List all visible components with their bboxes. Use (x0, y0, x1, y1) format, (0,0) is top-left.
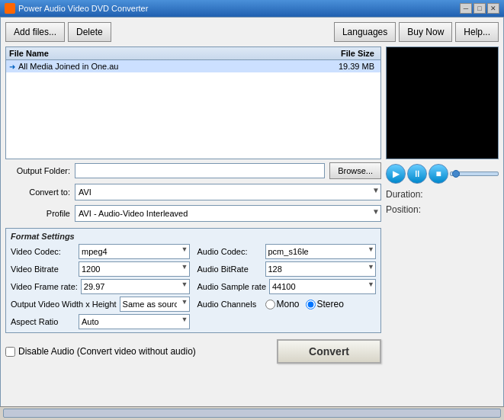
pause-button[interactable]: ⏸ (407, 164, 427, 184)
convert-to-combo-wrap: AVI MP4 MP3 WMV MOV ▼ (75, 184, 381, 200)
convert-to-label: Convert to: (5, 188, 70, 197)
mono-label: Mono (277, 299, 300, 309)
app-title: Power Audio Video DVD Converter (18, 4, 148, 13)
aspect-ratio-label: Aspect Ratio (11, 317, 75, 326)
stop-button[interactable]: ■ (429, 164, 448, 184)
audio-codec-label: Audio Codec: (197, 247, 262, 256)
file-row[interactable]: ➜ All Media Joined in One.au 19.39 MB (6, 60, 380, 72)
video-codec-combo-wrap: mpeg4 xvid h264 ▼ (79, 244, 190, 259)
output-size-label: Output Video Width x Height (11, 300, 117, 309)
right-panel: ▶ ⏸ ■ Duration: Position: (386, 46, 499, 364)
position-label: Position: (386, 204, 421, 215)
video-bitrate-row: Video Bitrate 1200 800 1500 2000 ▼ (11, 261, 190, 277)
aspect-ratio-select[interactable]: Auto 4:3 16:9 (79, 314, 190, 329)
mono-radio-label[interactable]: Mono (265, 299, 300, 309)
toolbar: Add files... Delete Languages Buy Now He… (5, 22, 499, 42)
video-framerate-row: Video Frame rate: 29.97 25 30 23.97 ▼ (11, 279, 190, 294)
status-progress-bar (3, 409, 501, 418)
format-settings: Format Settings Video Codec: mpeg4 xvid … (5, 228, 381, 333)
audio-codec-combo-wrap: pcm_s16le mp3 aac ▼ (265, 244, 377, 259)
audio-channels-radio-group: Mono Stereo (265, 299, 344, 309)
audio-channels-row: Audio Channels Mono Stereo (197, 297, 377, 312)
maximize-button[interactable]: □ (474, 3, 486, 14)
output-size-combo-wrap: Same as source 640x480 1280x720 ▼ (120, 297, 190, 312)
left-panel: File Name File Size ➜ All Media Joined i… (5, 46, 381, 364)
languages-button[interactable]: Languages (334, 22, 396, 42)
position-row: Position: (386, 204, 499, 216)
mono-radio[interactable] (265, 300, 275, 309)
audio-codec-row: Audio Codec: pcm_s16le mp3 aac ▼ (197, 244, 377, 259)
delete-button[interactable]: Delete (68, 22, 111, 42)
audio-samplerate-row: Audio Sample rate 44100 22050 48000 ▼ (197, 279, 377, 294)
stereo-label: Stereo (317, 299, 344, 309)
audio-bitrate-row: Audio BitRate 128 64 192 256 ▼ (197, 261, 377, 277)
output-size-select[interactable]: Same as source 640x480 1280x720 (120, 297, 190, 312)
media-controls: ▶ ⏸ ■ (386, 162, 499, 185)
duration-row: Duration: (386, 188, 499, 200)
play-button[interactable]: ▶ (386, 164, 406, 184)
col-filesize-header: File Size (316, 49, 377, 58)
audio-bitrate-select[interactable]: 128 64 192 256 (265, 261, 377, 277)
output-folder-row: Output Folder: Browse... (5, 162, 381, 179)
duration-label: Duration: (386, 189, 423, 200)
disable-audio-row: Disable Audio (Convert video without aud… (5, 346, 196, 357)
convert-to-row: Convert to: AVI MP4 MP3 WMV MOV ▼ (5, 184, 381, 200)
seek-bar[interactable] (450, 172, 499, 176)
output-folder-input[interactable] (75, 163, 325, 178)
help-button[interactable]: Help... (455, 22, 499, 42)
audio-samplerate-label: Audio Sample rate (197, 282, 267, 291)
disable-audio-label: Disable Audio (Convert video without aud… (18, 346, 196, 357)
audio-channels-label: Audio Channels (197, 300, 262, 309)
profile-select[interactable]: AVI - Audio-Video Interleaved (75, 205, 381, 222)
app-icon (5, 3, 15, 14)
aspect-ratio-combo-wrap: Auto 4:3 16:9 ▼ (79, 314, 190, 329)
video-framerate-select[interactable]: 29.97 25 30 23.97 (81, 279, 190, 294)
status-bar (0, 406, 504, 420)
aspect-ratio-row: Aspect Ratio Auto 4:3 16:9 ▼ (11, 314, 190, 329)
minimize-button[interactable]: ─ (460, 3, 472, 14)
convert-to-select[interactable]: AVI MP4 MP3 WMV MOV (75, 184, 381, 200)
settings-grid: Video Codec: mpeg4 xvid h264 ▼ Audio (11, 244, 376, 329)
video-framerate-combo-wrap: 29.97 25 30 23.97 ▼ (81, 279, 190, 294)
file-name: All Media Joined in One.au (18, 62, 316, 71)
video-bitrate-select[interactable]: 1200 800 1500 2000 (79, 261, 190, 277)
video-codec-select[interactable]: mpeg4 xvid h264 (79, 244, 190, 259)
file-list: File Name File Size ➜ All Media Joined i… (5, 46, 381, 159)
video-bitrate-combo-wrap: 1200 800 1500 2000 ▼ (79, 261, 190, 277)
file-arrow-icon: ➜ (9, 63, 15, 71)
disable-audio-checkbox[interactable] (5, 347, 15, 357)
col-filename-header: File Name (9, 49, 316, 58)
content-area: File Name File Size ➜ All Media Joined i… (5, 46, 499, 364)
audio-bitrate-combo-wrap: 128 64 192 256 ▼ (265, 261, 377, 277)
close-button[interactable]: ✕ (487, 3, 499, 14)
file-size: 19.39 MB (316, 62, 377, 71)
video-codec-row: Video Codec: mpeg4 xvid h264 ▼ (11, 244, 190, 259)
file-list-header: File Name File Size (6, 47, 380, 60)
buy-now-button[interactable]: Buy Now (399, 22, 452, 42)
output-folder-label: Output Folder: (5, 166, 70, 175)
add-files-button[interactable]: Add files... (5, 22, 65, 42)
audio-codec-select[interactable]: pcm_s16le mp3 aac (265, 244, 377, 259)
profile-combo-wrap: AVI - Audio-Video Interleaved ▼ (75, 205, 381, 222)
browse-button[interactable]: Browse... (329, 162, 381, 179)
convert-button[interactable]: Convert (277, 339, 381, 364)
seek-handle (452, 170, 460, 178)
audio-samplerate-select[interactable]: 44100 22050 48000 (269, 279, 376, 294)
title-bar: Power Audio Video DVD Converter ─ □ ✕ (0, 0, 504, 17)
video-bitrate-label: Video Bitrate (11, 265, 75, 274)
profile-row: Profile AVI - Audio-Video Interleaved ▼ (5, 205, 381, 222)
main-window: Add files... Delete Languages Buy Now He… (0, 17, 504, 420)
format-settings-title: Format Settings (11, 232, 376, 241)
output-size-row: Output Video Width x Height Same as sour… (11, 297, 190, 312)
stereo-radio-label[interactable]: Stereo (306, 299, 344, 309)
audio-bitrate-label: Audio BitRate (197, 265, 262, 274)
audio-samplerate-combo-wrap: 44100 22050 48000 ▼ (269, 279, 376, 294)
video-codec-label: Video Codec: (11, 247, 75, 256)
video-framerate-label: Video Frame rate: (11, 282, 78, 291)
preview-box (386, 46, 499, 159)
profile-label: Profile (5, 209, 70, 218)
stereo-radio[interactable] (306, 300, 316, 309)
bottom-area: Disable Audio (Convert video without aud… (5, 339, 381, 364)
